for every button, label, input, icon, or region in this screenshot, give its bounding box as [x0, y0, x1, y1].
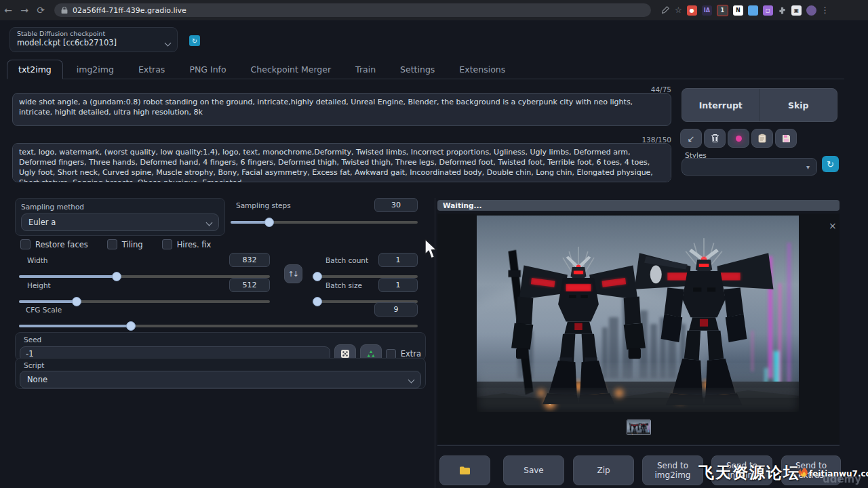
floppy-save-icon: [782, 134, 791, 143]
batch-size-value[interactable]: 1: [378, 278, 418, 292]
extension-icon[interactable]: 1: [717, 5, 728, 16]
back-icon[interactable]: ←: [0, 5, 16, 16]
output-divider: [437, 445, 840, 446]
browser-toolbar: ← → ⟳ 02a56ff4-71ff-439e.gradio.live ☆ ●…: [0, 0, 868, 20]
generated-image[interactable]: [477, 216, 799, 412]
send-to-img2img-button[interactable]: Send to img2img: [642, 455, 703, 485]
sampling-steps-slider[interactable]: [231, 218, 418, 227]
height-value[interactable]: 512: [229, 278, 270, 292]
profile-avatar[interactable]: [806, 5, 816, 16]
sampling-method-value: Euler a: [28, 218, 56, 227]
bookmark-star-icon[interactable]: ☆: [675, 5, 682, 15]
tiling-checkbox[interactable]: Tiling: [107, 239, 143, 249]
thumbnail-image: [627, 420, 650, 434]
tab-img2img[interactable]: img2img: [66, 60, 125, 79]
batch-count-value[interactable]: 1: [378, 253, 418, 267]
apply-style-button[interactable]: [751, 129, 773, 148]
script-dropdown[interactable]: None: [20, 371, 421, 388]
progress-status-text: Waiting...: [443, 201, 481, 209]
generate-button-group: Interrupt Skip: [682, 88, 837, 122]
checkpoint-label: Stable Diffusion checkpoint: [17, 30, 170, 37]
trash-icon: [711, 134, 719, 143]
send-to-inpaint-button[interactable]: Send to inpaint: [711, 455, 772, 485]
batch-count-label: Batch count: [326, 256, 368, 264]
styles-refresh-button[interactable]: ↻: [822, 156, 839, 172]
extra-networks-card-icon: [736, 136, 742, 142]
checkpoint-value: model.ckpt [cc6cb27103]: [17, 38, 117, 47]
extension-icon[interactable]: ●: [687, 5, 697, 16]
cfg-scale-block: CFG Scale 9: [19, 302, 418, 331]
chevron-down-icon: [165, 39, 172, 46]
extension-icon[interactable]: N: [733, 5, 743, 16]
restore-faces-checkbox[interactable]: Restore faces: [20, 239, 88, 249]
open-folder-button[interactable]: [439, 455, 490, 485]
width-value[interactable]: 832: [229, 253, 270, 267]
cfg-scale-slider[interactable]: [19, 321, 418, 331]
cfg-scale-value[interactable]: 9: [374, 302, 418, 317]
close-preview-icon[interactable]: ×: [829, 220, 837, 231]
tab-extensions[interactable]: Extensions: [448, 60, 516, 79]
extension-icon[interactable]: ▣: [791, 5, 802, 16]
negative-prompt-textarea[interactable]: text, logo, watermark, (worst quality, l…: [12, 143, 671, 182]
sampling-steps-label: Sampling steps: [236, 201, 291, 209]
share-icon[interactable]: [660, 5, 670, 15]
styles-dropdown[interactable]: ▾: [682, 158, 817, 176]
extra-networks-button[interactable]: [728, 129, 749, 148]
sampling-method-dropdown[interactable]: Euler a: [21, 214, 219, 231]
cfg-scale-label: CFG Scale: [26, 306, 62, 314]
skip-button[interactable]: Skip: [760, 89, 837, 121]
extension-icon[interactable]: [748, 5, 758, 16]
tab-txt2img[interactable]: txt2img: [7, 60, 63, 79]
width-label: Width: [27, 256, 48, 264]
forward-icon[interactable]: →: [16, 5, 33, 16]
checkpoint-refresh-button[interactable]: ↻: [189, 35, 200, 46]
sampling-steps-value[interactable]: 30: [374, 198, 418, 212]
script-label: Script: [24, 361, 421, 369]
height-label: Height: [27, 281, 51, 289]
tab-train[interactable]: Train: [344, 60, 387, 79]
dice-icon: [340, 349, 350, 359]
extension-icon[interactable]: IA: [702, 5, 712, 16]
extensions-puzzle-icon[interactable]: [778, 6, 787, 15]
negative-prompt-box[interactable]: text, logo, watermark, (worst quality, l…: [12, 143, 671, 182]
clipboard-icon: [758, 134, 766, 143]
sampling-method-label: Sampling method: [21, 203, 219, 211]
url-bar[interactable]: 02a56ff4-71ff-439e.gradio.live: [54, 3, 651, 17]
swap-dimensions-button[interactable]: ↑↓: [284, 264, 302, 283]
width-block: Width 832: [19, 253, 270, 281]
save-button[interactable]: Save: [503, 455, 564, 485]
chevron-down-icon: [206, 219, 213, 226]
seed-label: Seed: [24, 336, 421, 344]
menu-kebab-icon[interactable]: ⋮: [821, 5, 829, 15]
checkpoint-selector[interactable]: Stable Diffusion checkpoint model.ckpt […: [9, 27, 178, 52]
batch-count-block: Batch count 1: [317, 253, 418, 281]
script-value: None: [27, 375, 47, 384]
script-block: Script None: [15, 358, 426, 389]
url-text: 02a56ff4-71ff-439e.gradio.live: [73, 6, 186, 15]
sampling-method-block: Sampling method Euler a: [15, 198, 225, 236]
prompt-box[interactable]: wide shot angle, a (gundam:0.8) robot st…: [12, 93, 671, 126]
clear-prompt-button[interactable]: [704, 129, 726, 148]
save-style-button[interactable]: [775, 129, 797, 148]
send-to-extras-button[interactable]: Send to extras: [781, 455, 841, 485]
gallery-thumbnail[interactable]: [627, 420, 651, 435]
output-gallery: ×: [437, 214, 840, 444]
tab-checkpoint-merger[interactable]: Checkpoint Merger: [240, 60, 342, 79]
hires-fix-checkbox[interactable]: Hires. fix: [162, 239, 212, 249]
lock-icon: [61, 6, 68, 14]
tab-png-info[interactable]: PNG Info: [178, 60, 237, 79]
main-tab-bar: txt2img img2img Extras PNG Info Checkpoi…: [7, 61, 844, 79]
interrupt-button[interactable]: Interrupt: [682, 89, 760, 121]
recycle-icon: [366, 350, 376, 359]
prompt-textarea[interactable]: wide shot angle, a (gundam:0.8) robot st…: [12, 93, 671, 126]
extension-icon[interactable]: ◻: [763, 5, 773, 16]
paste-params-button[interactable]: ↙: [680, 129, 702, 148]
tab-extras[interactable]: Extras: [127, 60, 176, 79]
feature-checkbox-row: Restore faces Tiling Hires. fix: [20, 239, 211, 249]
tab-settings[interactable]: Settings: [389, 60, 446, 79]
reload-icon[interactable]: ⟳: [33, 5, 49, 16]
checkbox-icon: [162, 239, 172, 249]
zip-button[interactable]: Zip: [573, 455, 634, 485]
chevron-down-icon: [408, 376, 415, 383]
batch-size-label: Batch size: [326, 281, 362, 289]
